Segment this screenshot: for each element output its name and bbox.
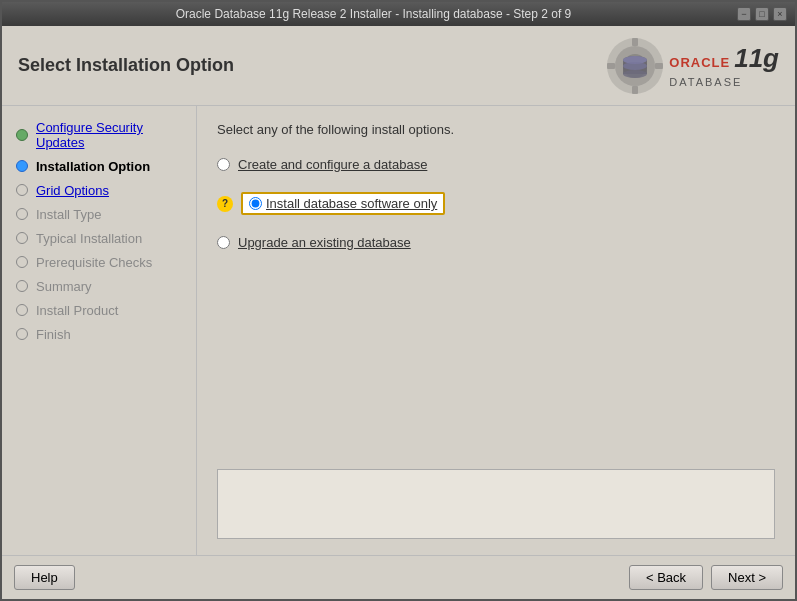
step-circle-6 <box>16 280 28 292</box>
sidebar-item-prerequisite-checks: Prerequisite Checks <box>2 250 196 274</box>
step-circle-3 <box>16 208 28 220</box>
step-circle-4 <box>16 232 28 244</box>
svg-rect-5 <box>607 63 615 69</box>
radio-create-configure[interactable] <box>217 158 230 171</box>
svg-rect-4 <box>632 86 638 94</box>
step-icon-4 <box>14 230 30 246</box>
sidebar-item-configure-security[interactable]: Configure Security Updates <box>2 116 196 154</box>
sidebar-item-install-product: Install Product <box>2 298 196 322</box>
step-icon-0 <box>14 127 30 143</box>
titlebar-buttons: − □ × <box>737 7 787 21</box>
window-title: Oracle Database 11g Release 2 Installer … <box>10 7 737 21</box>
step-icon-3 <box>14 206 30 222</box>
radio-install-software[interactable] <box>249 197 262 210</box>
sidebar-item-grid-options[interactable]: Grid Options <box>2 178 196 202</box>
spacer <box>217 266 775 457</box>
sidebar-label-prerequisite-checks: Prerequisite Checks <box>36 255 152 270</box>
step-circle-5 <box>16 256 28 268</box>
sidebar: Configure Security Updates Installation … <box>2 106 197 555</box>
sidebar-label-install-product: Install Product <box>36 303 118 318</box>
step-circle-1 <box>16 160 28 172</box>
footer-nav-buttons: < Back Next > <box>629 565 783 590</box>
database-label: DATABASE <box>669 76 779 88</box>
step-icon-2 <box>14 182 30 198</box>
oracle-brand: ORACLE 11g DATABASE <box>669 43 779 88</box>
option-create-configure[interactable]: Create and configure a database <box>217 153 775 176</box>
step-circle-2 <box>16 184 28 196</box>
step-icon-1 <box>14 158 30 174</box>
svg-rect-3 <box>632 38 638 46</box>
back-button[interactable]: < Back <box>629 565 703 590</box>
label-create-configure[interactable]: Create and configure a database <box>238 157 427 172</box>
radio-upgrade-existing[interactable] <box>217 236 230 249</box>
step-icon-7 <box>14 302 30 318</box>
sidebar-label-install-type: Install Type <box>36 207 102 222</box>
step-icon-5 <box>14 254 30 270</box>
svg-point-10 <box>623 70 647 78</box>
titlebar: Oracle Database 11g Release 2 Installer … <box>2 2 795 26</box>
svg-rect-6 <box>655 63 663 69</box>
sidebar-label-summary: Summary <box>36 279 92 294</box>
sidebar-item-install-type: Install Type <box>2 202 196 226</box>
sidebar-item-typical-installation: Typical Installation <box>2 226 196 250</box>
main-content: Select Installation Option <box>2 26 795 599</box>
step-circle-8 <box>16 328 28 340</box>
install-software-highlight: Install database software only <box>241 192 445 215</box>
option-install-software[interactable]: ? Install database software only <box>217 188 775 219</box>
step-circle-0 <box>16 129 28 141</box>
oracle-text: ORACLE <box>669 55 730 70</box>
next-button[interactable]: Next > <box>711 565 783 590</box>
footer: Help < Back Next > <box>2 555 795 599</box>
minimize-button[interactable]: − <box>737 7 751 21</box>
body-area: Configure Security Updates Installation … <box>2 106 795 555</box>
version-label: 11g <box>734 43 779 74</box>
installer-window: Oracle Database 11g Release 2 Installer … <box>0 0 797 601</box>
sidebar-item-finish: Finish <box>2 322 196 346</box>
info-box <box>217 469 775 539</box>
content-panel: Select any of the following install opti… <box>197 106 795 555</box>
panel-description: Select any of the following install opti… <box>217 122 775 137</box>
oracle-gear-icon <box>605 36 665 96</box>
step-icon-8 <box>14 326 30 342</box>
label-upgrade-existing[interactable]: Upgrade an existing database <box>238 235 411 250</box>
svg-point-12 <box>623 62 647 70</box>
sidebar-label-finish: Finish <box>36 327 71 342</box>
oracle-logo: ORACLE 11g DATABASE <box>605 36 779 96</box>
sidebar-label-configure-security: Configure Security Updates <box>36 120 188 150</box>
sidebar-item-installation-option[interactable]: Installation Option <box>2 154 196 178</box>
sidebar-label-typical-installation: Typical Installation <box>36 231 142 246</box>
page-title: Select Installation Option <box>18 55 234 76</box>
sidebar-item-summary: Summary <box>2 274 196 298</box>
header: Select Installation Option <box>2 26 795 106</box>
maximize-button[interactable]: □ <box>755 7 769 21</box>
label-install-software[interactable]: Install database software only <box>266 196 437 211</box>
step-circle-7 <box>16 304 28 316</box>
help-bubble-icon: ? <box>217 196 233 212</box>
option-upgrade-existing[interactable]: Upgrade an existing database <box>217 231 775 254</box>
sidebar-label-grid-options: Grid Options <box>36 183 109 198</box>
help-button[interactable]: Help <box>14 565 75 590</box>
step-icon-6 <box>14 278 30 294</box>
close-button[interactable]: × <box>773 7 787 21</box>
sidebar-label-installation-option: Installation Option <box>36 159 150 174</box>
